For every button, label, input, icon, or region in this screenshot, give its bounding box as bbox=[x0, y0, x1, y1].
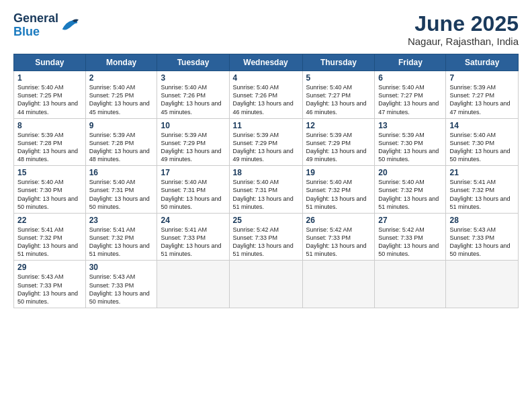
day-number: 30 bbox=[89, 263, 154, 272]
table-row: 13 Sunrise: 5:39 AMSunset: 7:30 PMDaylig… bbox=[375, 118, 446, 166]
table-row: 4 Sunrise: 5:40 AMSunset: 7:26 PMDayligh… bbox=[229, 71, 302, 119]
day-number: 12 bbox=[306, 121, 371, 130]
table-row: 25 Sunrise: 5:42 AMSunset: 7:33 PMDaylig… bbox=[229, 213, 302, 261]
day-number: 21 bbox=[449, 168, 515, 177]
table-row: 23 Sunrise: 5:41 AMSunset: 7:32 PMDaylig… bbox=[85, 213, 157, 261]
day-info: Sunrise: 5:41 AMSunset: 7:32 PMDaylight:… bbox=[449, 179, 510, 210]
day-number: 26 bbox=[306, 216, 371, 225]
day-info: Sunrise: 5:40 AMSunset: 7:30 PMDaylight:… bbox=[449, 132, 510, 163]
day-number: 19 bbox=[306, 168, 371, 177]
col-tuesday: Tuesday bbox=[157, 54, 229, 71]
table-row: 18 Sunrise: 5:40 AMSunset: 7:31 PMDaylig… bbox=[229, 166, 302, 214]
table-row: 9 Sunrise: 5:39 AMSunset: 7:28 PMDayligh… bbox=[85, 118, 157, 166]
table-row: 11 Sunrise: 5:39 AMSunset: 7:29 PMDaylig… bbox=[229, 118, 302, 166]
table-row: 28 Sunrise: 5:43 AMSunset: 7:33 PMDaylig… bbox=[446, 213, 519, 261]
day-info: Sunrise: 5:39 AMSunset: 7:30 PMDaylight:… bbox=[378, 132, 439, 163]
day-info: Sunrise: 5:42 AMSunset: 7:33 PMDaylight:… bbox=[378, 226, 439, 257]
day-number: 11 bbox=[233, 121, 299, 130]
day-info: Sunrise: 5:42 AMSunset: 7:33 PMDaylight:… bbox=[233, 226, 294, 257]
subtitle: Nagaur, Rajasthan, India bbox=[408, 36, 519, 47]
day-number: 20 bbox=[378, 168, 442, 177]
table-row: 6 Sunrise: 5:40 AMSunset: 7:27 PMDayligh… bbox=[375, 71, 446, 119]
table-row: 14 Sunrise: 5:40 AMSunset: 7:30 PMDaylig… bbox=[446, 118, 519, 166]
day-info: Sunrise: 5:39 AMSunset: 7:29 PMDaylight:… bbox=[306, 132, 367, 163]
col-wednesday: Wednesday bbox=[229, 54, 302, 71]
day-info: Sunrise: 5:40 AMSunset: 7:32 PMDaylight:… bbox=[378, 179, 439, 210]
day-info: Sunrise: 5:39 AMSunset: 7:29 PMDaylight:… bbox=[233, 132, 294, 163]
day-number: 10 bbox=[161, 121, 225, 130]
day-number: 22 bbox=[17, 216, 82, 225]
table-row: 17 Sunrise: 5:40 AMSunset: 7:31 PMDaylig… bbox=[157, 166, 229, 214]
day-info: Sunrise: 5:40 AMSunset: 7:26 PMDaylight:… bbox=[161, 84, 221, 115]
col-monday: Monday bbox=[85, 54, 157, 71]
day-info: Sunrise: 5:40 AMSunset: 7:31 PMDaylight:… bbox=[161, 179, 221, 210]
day-number: 13 bbox=[378, 121, 442, 130]
day-info: Sunrise: 5:39 AMSunset: 7:28 PMDaylight:… bbox=[17, 132, 78, 163]
calendar-row: 8 Sunrise: 5:39 AMSunset: 7:28 PMDayligh… bbox=[14, 118, 519, 166]
day-number: 14 bbox=[449, 121, 515, 130]
day-info: Sunrise: 5:43 AMSunset: 7:33 PMDaylight:… bbox=[89, 273, 150, 304]
table-row: 12 Sunrise: 5:39 AMSunset: 7:29 PMDaylig… bbox=[302, 118, 375, 166]
table-row: 16 Sunrise: 5:40 AMSunset: 7:31 PMDaylig… bbox=[85, 166, 157, 214]
table-row: 5 Sunrise: 5:40 AMSunset: 7:27 PMDayligh… bbox=[302, 71, 375, 119]
table-row: 3 Sunrise: 5:40 AMSunset: 7:26 PMDayligh… bbox=[157, 71, 229, 119]
title-block: June 2025 Nagaur, Rajasthan, India bbox=[408, 12, 519, 47]
day-number: 3 bbox=[161, 73, 225, 83]
day-number: 15 bbox=[17, 168, 82, 177]
day-info: Sunrise: 5:40 AMSunset: 7:31 PMDaylight:… bbox=[233, 179, 294, 210]
day-number: 28 bbox=[449, 216, 515, 225]
table-row: 19 Sunrise: 5:40 AMSunset: 7:32 PMDaylig… bbox=[302, 166, 375, 214]
day-number: 5 bbox=[306, 73, 371, 83]
day-number: 24 bbox=[161, 216, 225, 225]
logo: GeneralBlue bbox=[13, 12, 79, 39]
day-number: 18 bbox=[233, 168, 299, 177]
table-row: 30 Sunrise: 5:43 AMSunset: 7:33 PMDaylig… bbox=[85, 261, 157, 308]
table-row: 21 Sunrise: 5:41 AMSunset: 7:32 PMDaylig… bbox=[446, 166, 519, 214]
day-info: Sunrise: 5:43 AMSunset: 7:33 PMDaylight:… bbox=[17, 273, 78, 304]
table-row bbox=[446, 261, 519, 308]
day-number: 4 bbox=[233, 73, 299, 83]
day-number: 2 bbox=[89, 73, 154, 83]
day-info: Sunrise: 5:40 AMSunset: 7:26 PMDaylight:… bbox=[233, 84, 294, 115]
calendar-row: 15 Sunrise: 5:40 AMSunset: 7:30 PMDaylig… bbox=[14, 166, 519, 214]
day-number: 23 bbox=[89, 216, 154, 225]
day-info: Sunrise: 5:39 AMSunset: 7:28 PMDaylight:… bbox=[89, 132, 150, 163]
col-sunday: Sunday bbox=[14, 54, 86, 71]
day-number: 8 bbox=[17, 121, 82, 130]
day-info: Sunrise: 5:40 AMSunset: 7:25 PMDaylight:… bbox=[17, 84, 78, 115]
day-info: Sunrise: 5:40 AMSunset: 7:31 PMDaylight:… bbox=[89, 179, 150, 210]
table-row: 10 Sunrise: 5:39 AMSunset: 7:29 PMDaylig… bbox=[157, 118, 229, 166]
table-row: 26 Sunrise: 5:42 AMSunset: 7:33 PMDaylig… bbox=[302, 213, 375, 261]
weekday-header-row: Sunday Monday Tuesday Wednesday Thursday… bbox=[14, 54, 519, 71]
day-info: Sunrise: 5:41 AMSunset: 7:32 PMDaylight:… bbox=[89, 226, 150, 257]
col-thursday: Thursday bbox=[302, 54, 375, 71]
day-number: 16 bbox=[89, 168, 154, 177]
calendar-row: 1 Sunrise: 5:40 AMSunset: 7:25 PMDayligh… bbox=[14, 71, 519, 119]
table-row bbox=[302, 261, 375, 308]
header: GeneralBlue June 2025 Nagaur, Rajasthan,… bbox=[13, 12, 519, 47]
day-info: Sunrise: 5:40 AMSunset: 7:27 PMDaylight:… bbox=[306, 84, 367, 115]
day-info: Sunrise: 5:40 AMSunset: 7:32 PMDaylight:… bbox=[306, 179, 367, 210]
table-row bbox=[375, 261, 446, 308]
day-number: 29 bbox=[17, 263, 82, 272]
day-number: 27 bbox=[378, 216, 442, 225]
day-info: Sunrise: 5:40 AMSunset: 7:25 PMDaylight:… bbox=[89, 84, 150, 115]
table-row: 29 Sunrise: 5:43 AMSunset: 7:33 PMDaylig… bbox=[14, 261, 86, 308]
col-friday: Friday bbox=[375, 54, 446, 71]
table-row: 1 Sunrise: 5:40 AMSunset: 7:25 PMDayligh… bbox=[14, 71, 86, 119]
day-number: 9 bbox=[89, 121, 154, 130]
day-number: 17 bbox=[161, 168, 225, 177]
table-row: 15 Sunrise: 5:40 AMSunset: 7:30 PMDaylig… bbox=[14, 166, 86, 214]
calendar-table: Sunday Monday Tuesday Wednesday Thursday… bbox=[13, 54, 519, 308]
day-number: 25 bbox=[233, 216, 299, 225]
table-row: 8 Sunrise: 5:39 AMSunset: 7:28 PMDayligh… bbox=[14, 118, 86, 166]
logo-blue: Blue bbox=[13, 25, 40, 38]
calendar-row: 22 Sunrise: 5:41 AMSunset: 7:32 PMDaylig… bbox=[14, 213, 519, 261]
day-info: Sunrise: 5:41 AMSunset: 7:32 PMDaylight:… bbox=[17, 226, 78, 257]
table-row bbox=[229, 261, 302, 308]
day-info: Sunrise: 5:41 AMSunset: 7:33 PMDaylight:… bbox=[161, 226, 221, 257]
day-info: Sunrise: 5:40 AMSunset: 7:27 PMDaylight:… bbox=[378, 84, 439, 115]
table-row bbox=[157, 261, 229, 308]
col-saturday: Saturday bbox=[446, 54, 519, 71]
calendar-row: 29 Sunrise: 5:43 AMSunset: 7:33 PMDaylig… bbox=[14, 261, 519, 308]
